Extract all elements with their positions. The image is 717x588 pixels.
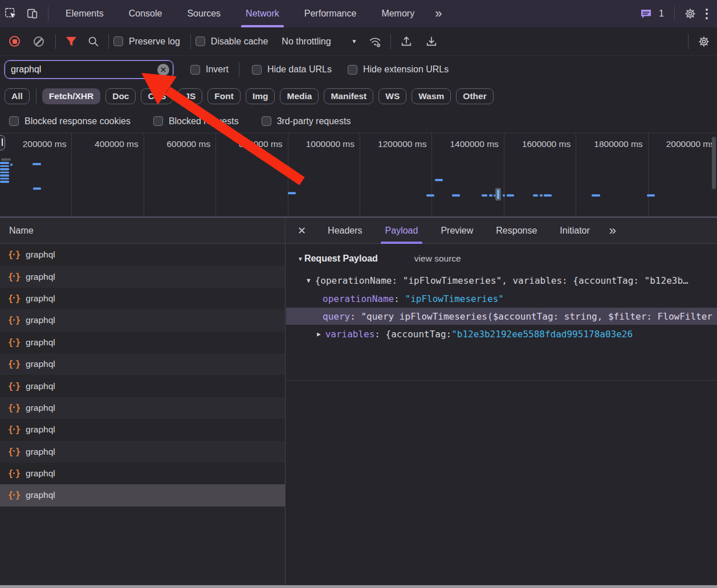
timeline-scrollbar-thumb[interactable] — [712, 137, 716, 189]
chip-css[interactable]: CSS — [141, 88, 173, 104]
chip-all[interactable]: All — [5, 88, 30, 104]
table-row-graphql[interactable]: {}graphql — [0, 419, 285, 440]
tab-performance[interactable]: Performance — [292, 0, 369, 27]
tab-elements[interactable]: Elements — [53, 0, 116, 27]
tab-payload[interactable]: Payload — [374, 218, 430, 244]
chip-font[interactable]: Font — [207, 88, 241, 104]
table-row-graphql[interactable]: {}graphql — [0, 441, 285, 463]
table-row-graphql[interactable]: {}graphql — [0, 484, 285, 506]
chip-img[interactable]: Img — [246, 88, 275, 104]
table-row-graphql[interactable]: {}graphql — [0, 244, 285, 266]
chip-wasm[interactable]: Wasm — [412, 88, 451, 104]
table-row-graphql[interactable]: {}graphql — [0, 332, 285, 353]
timeline-request-bar — [0, 178, 9, 180]
clear-network-log-button[interactable] — [34, 36, 44, 47]
more-tabs-icon[interactable]: » — [427, 6, 448, 21]
tab-preview[interactable]: Preview — [429, 218, 484, 244]
chip-fetch-xhr[interactable]: Fetch/XHR — [42, 88, 100, 104]
section-divider — [286, 380, 717, 381]
table-row-graphql[interactable]: {}graphql — [0, 353, 285, 375]
tab-initiator[interactable]: Initiator — [548, 218, 601, 244]
timeline-grabber-handle[interactable] — [0, 135, 5, 150]
blocked-requests-checkbox[interactable] — [153, 116, 163, 126]
preserve-log-checkbox[interactable] — [113, 36, 123, 46]
fetch-json-icon: {} — [8, 468, 20, 479]
property-key: query — [323, 311, 350, 322]
chip-ws[interactable]: WS — [378, 88, 406, 104]
property-key: operationName — [323, 293, 394, 304]
tab-console[interactable]: Console — [116, 0, 175, 27]
collapse-node-icon[interactable]: ▼ — [307, 277, 311, 284]
kebab-menu-icon[interactable] — [701, 9, 717, 19]
timeline-request-bar — [489, 194, 492, 197]
chip-manifest[interactable]: Manifest — [324, 88, 373, 104]
network-overview-timeline[interactable]: 200000 ms400000 ms600000 ms800000 ms1000… — [0, 133, 717, 217]
divider — [48, 6, 48, 21]
issues-message-icon[interactable] — [638, 6, 653, 21]
timeline-request-bar — [33, 187, 41, 190]
table-row-graphql[interactable]: {}graphql — [0, 288, 285, 309]
table-row-graphql[interactable]: {}graphql — [0, 463, 285, 484]
record-network-log-button[interactable] — [9, 36, 20, 47]
name-column-header[interactable]: Name — [0, 218, 285, 244]
table-row-graphql[interactable]: {}graphql — [0, 309, 285, 331]
hide-data-urls-checkbox[interactable] — [252, 65, 262, 75]
chip-other[interactable]: Other — [456, 88, 493, 104]
property-value: "b12e3b2192ee5588fdad995178a03e26 — [451, 329, 633, 340]
filter-input-box[interactable]: ✕ — [5, 60, 173, 79]
payload-root-node[interactable]: ▼ {operationName: "ipFlowTimeseries", va… — [307, 272, 717, 289]
property-value: "query ipFlowTimeseries($accountTag: str… — [361, 311, 712, 322]
search-icon[interactable] — [85, 34, 100, 49]
timeline-request-bar — [288, 192, 296, 194]
tab-network[interactable]: Network — [233, 0, 292, 27]
divider — [108, 34, 109, 49]
expand-node-icon[interactable]: ▶ — [317, 330, 321, 338]
chip-js[interactable]: JS — [178, 88, 202, 104]
property-value: "ipFlowTimeseries" — [405, 293, 504, 304]
disable-cache-checkbox[interactable] — [195, 36, 205, 46]
invert-checkbox[interactable] — [190, 65, 200, 75]
export-har-icon[interactable] — [424, 34, 439, 49]
fetch-json-icon: {} — [8, 403, 20, 413]
tab-response[interactable]: Response — [484, 218, 548, 244]
devtools-window: Elements Console Sources Network Perform… — [0, 0, 717, 588]
fetch-json-icon: {} — [8, 359, 20, 369]
filter-funnel-icon[interactable] — [64, 34, 79, 49]
divider — [190, 34, 191, 49]
table-row-graphql[interactable]: {}graphql — [0, 397, 285, 419]
more-detail-tabs-icon[interactable]: » — [601, 223, 622, 238]
view-source-link[interactable]: view source — [414, 254, 461, 264]
clear-filter-icon[interactable]: ✕ — [157, 64, 169, 76]
payload-variables-row[interactable]: ▶ variables: {accountTag: "b12e3b2192ee5… — [317, 325, 717, 342]
tab-memory[interactable]: Memory — [369, 0, 427, 27]
table-row-graphql[interactable]: {}graphql — [0, 266, 285, 287]
settings-gear-icon[interactable] — [683, 6, 698, 21]
tab-sources[interactable]: Sources — [174, 0, 233, 27]
timeline-request-bar — [0, 172, 9, 174]
request-name: graphql — [26, 424, 55, 435]
chip-media[interactable]: Media — [280, 88, 319, 104]
hide-extension-urls-checkbox[interactable] — [348, 65, 357, 75]
blocked-response-cookies-checkbox[interactable] — [9, 116, 19, 126]
filter-input[interactable] — [5, 64, 173, 75]
device-toolbar-icon[interactable] — [25, 6, 40, 21]
throttling-dropdown[interactable]: No throttling ▼ — [282, 36, 357, 47]
payload-query-row-selected[interactable]: query: "query ipFlowTimeseries($accountT… — [286, 308, 717, 325]
third-party-requests-checkbox[interactable] — [262, 116, 271, 126]
network-settings-gear-icon[interactable] — [696, 34, 711, 49]
collapse-section-icon[interactable]: ▼ — [298, 256, 303, 262]
timeline-request-bar — [435, 179, 443, 181]
tab-headers[interactable]: Headers — [316, 218, 373, 244]
filter-row: ✕ Invert Hide data URLs Hide extension U… — [0, 56, 717, 83]
import-har-icon[interactable] — [399, 34, 414, 49]
inspect-element-icon[interactable] — [3, 6, 18, 21]
divider — [390, 34, 391, 49]
request-name: graphql — [26, 359, 55, 369]
network-conditions-icon[interactable] — [368, 34, 382, 49]
name-column-label: Name — [9, 226, 34, 236]
table-row-graphql[interactable]: {}graphql — [0, 375, 285, 397]
payload-operation-row[interactable]: operationName: "ipFlowTimeseries" — [323, 290, 717, 307]
close-icon[interactable]: ✕ — [286, 224, 316, 237]
third-party-requests-label: 3rd-party requests — [277, 116, 351, 126]
chip-doc[interactable]: Doc — [105, 88, 136, 104]
